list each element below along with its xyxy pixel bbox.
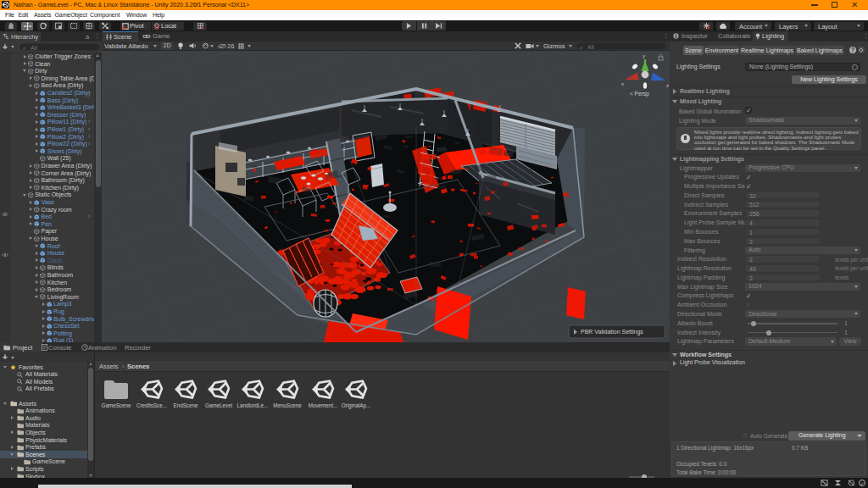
- svg-text:x: x: [621, 81, 624, 86]
- svg-text:z: z: [666, 83, 669, 88]
- svg-text:PBR Validation Settings: PBR Validation Settings: [581, 329, 643, 336]
- svg-text:y: y: [643, 53, 645, 58]
- svg-text:< Persp: < Persp: [630, 91, 649, 97]
